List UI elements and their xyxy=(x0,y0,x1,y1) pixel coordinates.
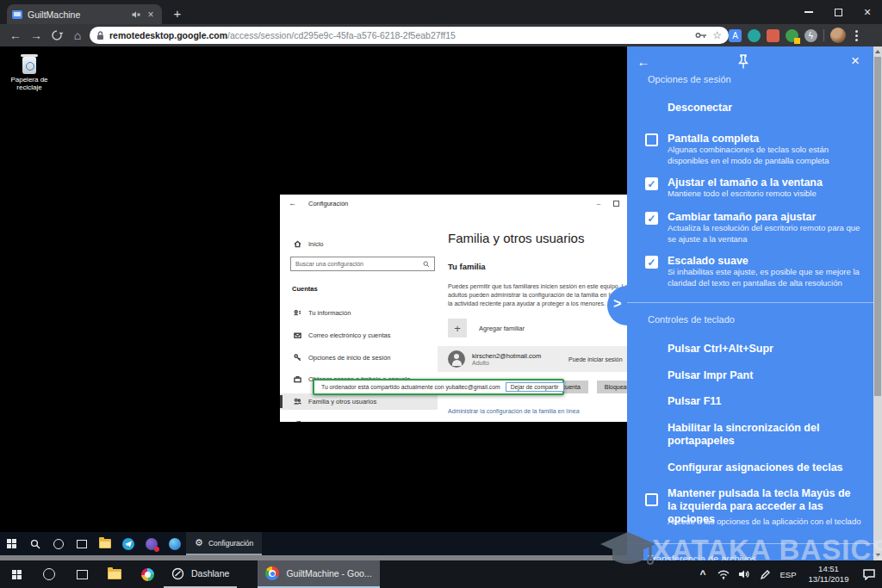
scrollbar-up-arrow[interactable] xyxy=(873,46,882,57)
settings-search-input[interactable]: Buscar una configuración xyxy=(290,257,435,271)
bookmark-star-icon[interactable]: ☆ xyxy=(712,29,722,41)
f11-button[interactable]: Pulsar F11 xyxy=(668,395,861,408)
ctrl-alt-del-button[interactable]: Pulsar Ctrl+Alt+Supr xyxy=(668,343,861,356)
translate-extension-icon[interactable]: A xyxy=(729,29,742,42)
fullscreen-label[interactable]: Pantalla completa xyxy=(668,133,861,145)
dashlane-taskbar-button[interactable]: Dashlane xyxy=(164,560,237,588)
forward-icon[interactable]: → xyxy=(26,28,47,42)
panel-close-icon[interactable]: × xyxy=(846,52,865,71)
green-extension-icon[interactable] xyxy=(786,29,798,42)
window-minimize-button[interactable] xyxy=(794,0,823,24)
cortana-icon[interactable] xyxy=(33,560,65,588)
sidebar-item-familia[interactable]: Familia y otros usuarios xyxy=(280,393,438,410)
language-indicator[interactable]: ESP xyxy=(775,570,801,579)
smooth-scaling-checkbox[interactable]: ✓ xyxy=(645,256,658,269)
settings-window-title: Configuración xyxy=(308,200,348,207)
sidebar-home-label: Inicio xyxy=(308,240,324,248)
sidebar-item-label: Opciones de inicio de sesión xyxy=(308,354,390,362)
recycle-bin-label: Papelera de reciclaje xyxy=(5,76,53,91)
fit-window-checkbox[interactable]: ✓ xyxy=(645,177,658,190)
address-bar[interactable]: remotedesktop.google.com/access/session/… xyxy=(90,27,729,44)
remote-start-button[interactable] xyxy=(0,532,23,555)
settings-back-icon[interactable]: ← xyxy=(289,199,296,207)
url-path: /access/session/cd295e9c-45fa-a576-6218-… xyxy=(227,30,456,40)
browser-menu-icon[interactable] xyxy=(852,30,861,41)
sync-icon xyxy=(292,420,302,422)
sidebar-item-tu-informacion[interactable]: Tu información xyxy=(280,305,438,321)
task-view-icon[interactable] xyxy=(65,560,98,588)
smooth-scaling-label[interactable]: Escalado suave xyxy=(668,255,861,268)
settings-maximize-button[interactable] xyxy=(607,195,624,212)
left-shift-checkbox[interactable] xyxy=(645,493,658,506)
remote-cortana-icon[interactable] xyxy=(47,532,70,555)
settings-minimize-button[interactable]: – xyxy=(590,195,607,212)
tray-overflow-chevron-icon[interactable]: ^ xyxy=(693,560,713,588)
settings-titlebar[interactable]: ← Configuración – xyxy=(280,195,642,212)
sidebar-item-sincronizar[interactable]: Sincronizar la configuración xyxy=(280,416,438,422)
taskbar-clock[interactable]: 14:51 13/11/2019 xyxy=(801,564,856,585)
browser-window-controls: × xyxy=(794,0,882,24)
url-text: remotedesktop.google.com/access/session/… xyxy=(109,30,690,40)
print-screen-button[interactable]: Pulsar Impr Pant xyxy=(668,369,861,382)
tab-close-icon[interactable]: × xyxy=(145,9,157,21)
lightning-extension-icon[interactable]: ϟ xyxy=(804,29,817,42)
volume-icon[interactable] xyxy=(734,560,755,588)
home-icon xyxy=(292,240,302,248)
remote-telegram-icon[interactable] xyxy=(116,532,140,555)
pin-icon[interactable] xyxy=(737,53,749,71)
family-account-row[interactable]: kirschen2@hotmail.com Adulto Puede inici… xyxy=(438,346,642,372)
key-mappings-button[interactable]: Configurar asignaciones de teclas xyxy=(668,461,861,474)
add-family-member-button[interactable]: + Agregar familiar xyxy=(448,319,525,337)
remote-search-icon[interactable] xyxy=(23,532,47,555)
browser-tab-guiltmachine[interactable]: GuiltMachine × xyxy=(7,4,162,24)
page-scrollbar[interactable] xyxy=(873,46,882,560)
sidebar-item-correo[interactable]: Correo electrónico y cuentas xyxy=(280,327,438,344)
sidebar-item-inicio-sesion[interactable]: Opciones de inicio de sesión xyxy=(280,350,438,366)
profile-avatar[interactable] xyxy=(830,28,846,43)
wifi-icon[interactable] xyxy=(713,560,734,588)
chrome-taskbar-button[interactable]: GuiltMachine - Goo... xyxy=(258,560,379,588)
fullscreen-checkbox[interactable] xyxy=(645,133,658,146)
folder-extension-icon[interactable] xyxy=(767,29,780,42)
fit-window-label[interactable]: Ajustar el tamaño a la ventana xyxy=(668,176,861,189)
remote-media-app-icon[interactable] xyxy=(140,532,163,555)
stop-sharing-button[interactable]: Dejar de compartir xyxy=(506,382,564,392)
dashlane-label: Dashlane xyxy=(191,568,229,579)
clipboard-sync-button[interactable]: Habilitar la sincronización del portapap… xyxy=(668,422,861,448)
saved-password-key-icon[interactable] xyxy=(695,31,707,40)
scrollbar-down-arrow[interactable] xyxy=(873,550,882,560)
secure-lock-icon xyxy=(96,31,104,40)
remote-file-explorer-icon[interactable] xyxy=(93,532,116,555)
start-button[interactable] xyxy=(0,560,33,588)
reload-icon[interactable] xyxy=(47,29,67,41)
remote-blue-app-icon[interactable] xyxy=(163,532,186,555)
sidebar-item-label: Tu información xyxy=(308,309,351,317)
remote-taskbar-settings-button[interactable]: ⚙ Configuración xyxy=(186,532,262,555)
action-center-icon[interactable] xyxy=(856,560,882,588)
description-line: adultos pueden administrar la configurac… xyxy=(448,291,631,300)
window-restore-button[interactable] xyxy=(823,0,853,24)
window-close-button[interactable]: × xyxy=(853,0,882,24)
sidebar-item-home[interactable]: Inicio xyxy=(280,236,438,252)
resize-fit-checkbox[interactable]: ✓ xyxy=(645,212,658,225)
resize-fit-label[interactable]: Cambiar tamaño para ajustar xyxy=(668,211,861,224)
new-tab-button[interactable]: + xyxy=(169,5,186,22)
extensions-row: A ϟ xyxy=(729,24,861,46)
sidebar-item-label: Sincronizar la configuración xyxy=(308,420,388,422)
disconnect-button[interactable]: Desconectar xyxy=(668,102,861,115)
slack-icon[interactable] xyxy=(131,560,164,588)
session-options-header: Opciones de sesión xyxy=(648,74,731,84)
tab-audio-muted-icon[interactable] xyxy=(131,9,141,20)
back-icon[interactable]: ← xyxy=(5,28,26,42)
manage-family-link[interactable]: Administrar la configuración de la famil… xyxy=(448,408,580,414)
panel-back-icon[interactable]: ← xyxy=(634,52,653,71)
file-explorer-icon[interactable] xyxy=(98,560,131,588)
recycle-bin-shortcut[interactable]: Papelera de reciclaje xyxy=(5,57,53,91)
windows-ink-pen-icon[interactable] xyxy=(755,560,775,588)
teal-extension-icon[interactable] xyxy=(748,29,761,42)
remote-task-view-icon[interactable] xyxy=(70,532,93,555)
search-placeholder: Buscar una configuración xyxy=(295,261,423,267)
scrollbar-thumb[interactable] xyxy=(874,57,881,396)
resize-fit-desc: Actualiza la resolución del escritorio r… xyxy=(668,223,864,244)
home-icon[interactable]: ⌂ xyxy=(67,28,88,42)
